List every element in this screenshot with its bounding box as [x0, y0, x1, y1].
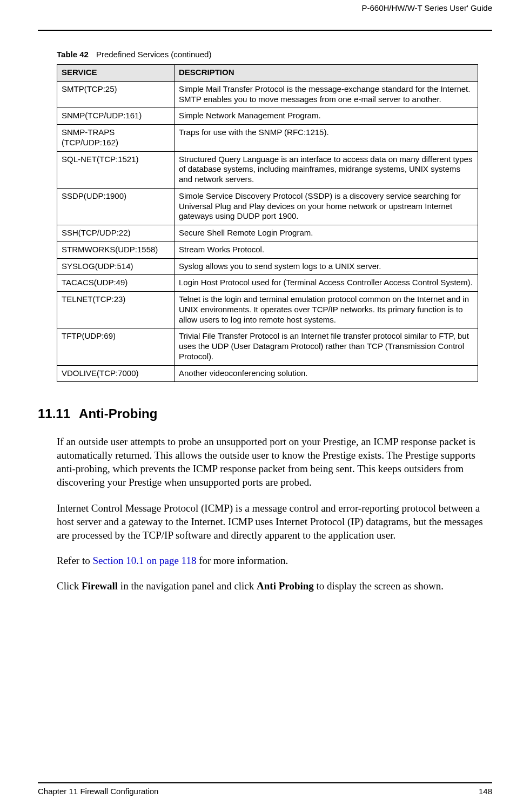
cell-service: SYSLOG(UDP:514): [57, 258, 175, 275]
cell-service: VDOLIVE(TCP:7000): [57, 365, 175, 382]
cell-description: Simole Service Discovery Protocol (SSDP)…: [175, 188, 478, 225]
paragraph-2: Internet Control Message Protocol (ICMP)…: [57, 501, 492, 542]
table-row: SYSLOG(UDP:514) Syslog allows you to sen…: [57, 258, 478, 275]
table-row: SSH(TCP/UDP:22) Secure Shell Remote Logi…: [57, 225, 478, 242]
paragraph-1: If an outside user attempts to probe an …: [57, 435, 492, 489]
table-row: TACACS(UDP:49) Login Host Protocol used …: [57, 275, 478, 292]
col-header-service: SERVICE: [57, 65, 175, 82]
cell-description: Stream Works Protocol.: [175, 241, 478, 258]
table-row: TELNET(TCP:23) Telnet is the login and t…: [57, 292, 478, 328]
table-caption-text: Predefined Services (continued): [96, 50, 211, 59]
footer-page-number: 148: [479, 787, 492, 796]
cell-service: TACACS(UDP:49): [57, 275, 175, 292]
cell-service: SNMP(TCP/UDP:161): [57, 108, 175, 125]
cell-service: SQL-NET(TCP:1521): [57, 151, 175, 188]
guide-title: P-660H/HW/W-T Series User' Guide: [38, 0, 492, 15]
section-number: 11.11: [38, 406, 70, 421]
cell-description: Traps for use with the SNMP (RFC:1215).: [175, 125, 478, 152]
footer-chapter: Chapter 11 Firewall Configuration: [38, 787, 158, 796]
cell-description: Secure Shell Remote Login Program.: [175, 225, 478, 242]
table-row: TFTP(UDP:69) Trivial File Transfer Proto…: [57, 328, 478, 365]
table-row: SNMP-TRAPS (TCP/UDP:162) Traps for use w…: [57, 125, 478, 152]
cell-service: SNMP-TRAPS (TCP/UDP:162): [57, 125, 175, 152]
cell-service: TFTP(UDP:69): [57, 328, 175, 365]
page-footer: Chapter 11 Firewall Configuration 148: [38, 782, 492, 796]
table-row: VDOLIVE(TCP:7000) Another videoconferenc…: [57, 365, 478, 382]
table-row: SQL-NET(TCP:1521) Structured Query Langu…: [57, 151, 478, 188]
cell-service: SSH(TCP/UDP:22): [57, 225, 175, 242]
text-fragment: for more information.: [196, 555, 288, 566]
cell-service: TELNET(TCP:23): [57, 292, 175, 328]
cell-description: Syslog allows you to send system logs to…: [175, 258, 478, 275]
section-title: Anti-Probing: [79, 406, 157, 421]
text-fragment: in the navigation panel and click: [118, 580, 257, 592]
paragraph-4: Click Firewall in the navigation panel a…: [57, 579, 492, 593]
page-header: P-660H/HW/W-T Series User' Guide: [38, 0, 492, 31]
paragraph-3: Refer to Section 10.1 on page 118 for mo…: [57, 554, 492, 567]
table-caption: Table 42Predefined Services (continued): [57, 50, 492, 59]
table-row: STRMWORKS(UDP:1558) Stream Works Protoco…: [57, 241, 478, 258]
cell-description: Another videoconferencing solution.: [175, 365, 478, 382]
cell-service: SMTP(TCP:25): [57, 81, 175, 108]
col-header-description: DESCRIPTION: [175, 65, 478, 82]
page-container: P-660H/HW/W-T Series User' Guide Table 4…: [0, 0, 530, 812]
table-row: SNMP(TCP/UDP:161) Simple Network Managem…: [57, 108, 478, 125]
section-heading: 11.11Anti-Probing: [38, 406, 492, 421]
cell-description: Login Host Protocol used for (Terminal A…: [175, 275, 478, 292]
table-row: SSDP(UDP:1900) Simole Service Discovery …: [57, 188, 478, 225]
text-fragment: to display the screen as shown.: [314, 580, 444, 592]
footer-row: Chapter 11 Firewall Configuration 148: [38, 787, 492, 796]
table-header-row: SERVICE DESCRIPTION: [57, 65, 478, 82]
cell-service: STRMWORKS(UDP:1558): [57, 241, 175, 258]
cell-description: Simple Network Management Program.: [175, 108, 478, 125]
predefined-services-table: SERVICE DESCRIPTION SMTP(TCP:25) Simple …: [57, 64, 478, 382]
cell-description: Trivial File Transfer Protocol is an Int…: [175, 328, 478, 365]
header-rule: [38, 30, 492, 31]
table-label: Table 42: [57, 50, 89, 59]
footer-rule: [38, 782, 492, 783]
cell-description: Simple Mail Transfer Protocol is the mes…: [175, 81, 478, 108]
cell-description: Telnet is the login and terminal emulati…: [175, 292, 478, 328]
bold-text: Firewall: [82, 580, 118, 592]
text-fragment: Refer to: [57, 555, 92, 566]
bold-text: Anti Probing: [257, 580, 314, 592]
cross-reference-link[interactable]: Section 10.1 on page 118: [92, 555, 196, 566]
text-fragment: Click: [57, 580, 82, 592]
cell-service: SSDP(UDP:1900): [57, 188, 175, 225]
table-row: SMTP(TCP:25) Simple Mail Transfer Protoc…: [57, 81, 478, 108]
cell-description: Structured Query Language is an interfac…: [175, 151, 478, 188]
